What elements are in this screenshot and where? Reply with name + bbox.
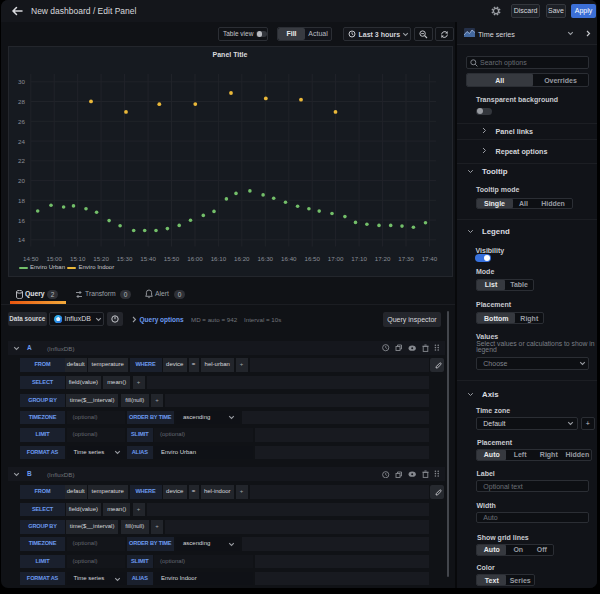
svg-text:30: 30 bbox=[18, 78, 25, 85]
svg-text:17:00: 17:00 bbox=[328, 255, 344, 262]
svg-text:16:30: 16:30 bbox=[258, 255, 274, 262]
svg-text:22: 22 bbox=[18, 157, 25, 164]
svg-text:20: 20 bbox=[18, 177, 25, 184]
svg-text:15:20: 15:20 bbox=[93, 255, 109, 262]
svg-text:16: 16 bbox=[18, 217, 25, 224]
svg-text:16:20: 16:20 bbox=[234, 255, 250, 262]
svg-text:17:10: 17:10 bbox=[351, 255, 367, 262]
svg-text:16:00: 16:00 bbox=[187, 255, 203, 262]
svg-text:15:00: 15:00 bbox=[46, 255, 62, 262]
svg-text:17:20: 17:20 bbox=[375, 255, 391, 262]
svg-text:15:30: 15:30 bbox=[117, 255, 133, 262]
svg-text:16:40: 16:40 bbox=[281, 255, 297, 262]
svg-text:17:30: 17:30 bbox=[398, 255, 414, 262]
svg-text:16:50: 16:50 bbox=[304, 255, 320, 262]
svg-text:24: 24 bbox=[18, 138, 25, 145]
svg-text:16:10: 16:10 bbox=[211, 255, 227, 262]
svg-text:15:50: 15:50 bbox=[164, 255, 180, 262]
svg-text:18: 18 bbox=[18, 197, 25, 204]
svg-text:15:40: 15:40 bbox=[140, 255, 156, 262]
svg-text:14:50: 14:50 bbox=[23, 255, 39, 262]
svg-text:15:10: 15:10 bbox=[70, 255, 86, 262]
svg-text:26: 26 bbox=[18, 118, 25, 125]
svg-text:17:40: 17:40 bbox=[422, 255, 438, 262]
svg-text:28: 28 bbox=[18, 98, 25, 105]
svg-text:14: 14 bbox=[18, 236, 25, 243]
